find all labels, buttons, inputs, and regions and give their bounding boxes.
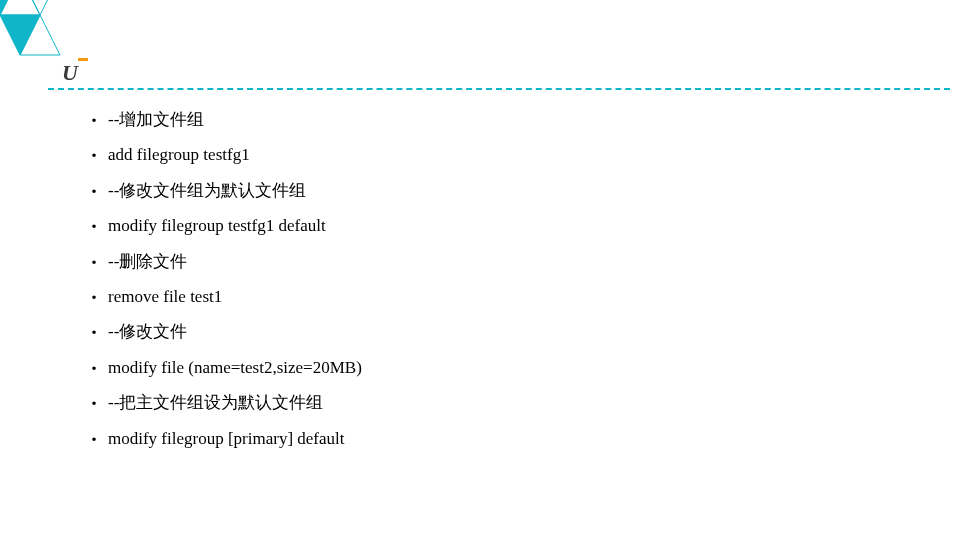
slide-content: • --增加文件组 • add filegroup testfg1 • --修改… — [80, 110, 920, 464]
svg-marker-2 — [0, 0, 40, 15]
list-item: • --删除文件 — [80, 252, 920, 272]
triangle-decoration — [0, 0, 170, 100]
list-item-text: modify file (name=test2,size=20MB) — [108, 358, 920, 378]
list-item: • remove file test1 — [80, 287, 920, 307]
list-item: • modify filegroup testfg1 default — [80, 216, 920, 236]
bullet-icon: • — [80, 325, 108, 341]
bullet-icon: • — [80, 432, 108, 448]
list-item: • modify filegroup [primary] default — [80, 429, 920, 449]
list-item-text: --修改文件 — [108, 322, 920, 342]
bullet-icon: • — [80, 113, 108, 129]
list-item-text: add filegroup testfg1 — [108, 145, 920, 165]
list-item: • modify file (name=test2,size=20MB) — [80, 358, 920, 378]
header-divider — [48, 88, 950, 90]
bullet-icon: • — [80, 184, 108, 200]
list-item: • --修改文件 — [80, 322, 920, 342]
list-item-text: --删除文件 — [108, 252, 920, 272]
svg-marker-0 — [0, 0, 20, 15]
logo-text: U — [62, 60, 78, 86]
list-item: • add filegroup testfg1 — [80, 145, 920, 165]
list-item: • --修改文件组为默认文件组 — [80, 181, 920, 201]
list-item: • --增加文件组 — [80, 110, 920, 130]
bullet-list: • --增加文件组 • add filegroup testfg1 • --修改… — [80, 110, 920, 449]
triangle-pattern-icon — [0, 0, 170, 100]
bullet-icon: • — [80, 219, 108, 235]
bullet-icon: • — [80, 148, 108, 164]
bullet-icon: • — [80, 255, 108, 271]
bullet-icon: • — [80, 361, 108, 377]
list-item-text: modify filegroup testfg1 default — [108, 216, 920, 236]
list-item-text: --修改文件组为默认文件组 — [108, 181, 920, 201]
list-item: • --把主文件组设为默认文件组 — [80, 393, 920, 413]
list-item-text: remove file test1 — [108, 287, 920, 307]
list-item-text: --增加文件组 — [108, 110, 920, 130]
bullet-icon: • — [80, 290, 108, 306]
svg-marker-3 — [0, 15, 40, 55]
logo-accent-icon — [78, 58, 88, 61]
list-item-text: --把主文件组设为默认文件组 — [108, 393, 920, 413]
list-item-text: modify filegroup [primary] default — [108, 429, 920, 449]
svg-marker-1 — [20, 0, 60, 15]
bullet-icon: • — [80, 396, 108, 412]
